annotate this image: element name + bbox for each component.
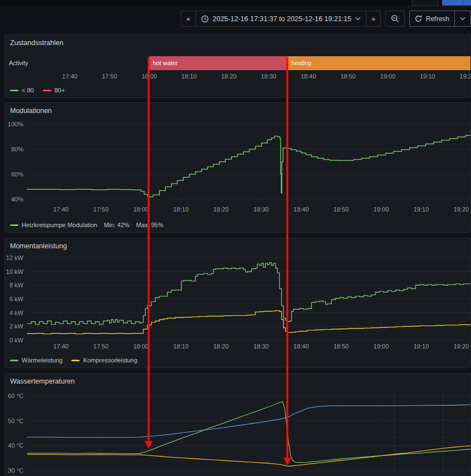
legend-swatch <box>10 360 18 361</box>
chart-canvas-modulation[interactable]: 40%60%80%100%17:4017:5018:0018:1018:2018… <box>5 116 471 218</box>
legend-label: Heizkreispumpe Modulation <box>22 222 97 228</box>
zoom-out-time-button[interactable] <box>385 11 405 27</box>
legend-label: < 80 <box>22 87 34 94</box>
x-axis-label: 18:50 <box>333 343 349 350</box>
legend-label: 80+ <box>55 87 65 94</box>
legend-label: Kompressorleistung <box>83 357 137 364</box>
y-axis-label: 80% <box>11 146 23 153</box>
refresh-label: Refresh <box>426 15 449 23</box>
y-axis-label: 40 °C <box>8 442 23 449</box>
timeline-legend: < 80 80+ <box>10 87 65 94</box>
chevron-down-icon <box>355 17 361 21</box>
refresh-button[interactable]: Refresh <box>409 11 455 27</box>
x-axis-label: 18:50 <box>333 206 349 213</box>
legend-item[interactable]: Wärmeleistung <box>10 357 62 364</box>
y-axis-label: 50 °C <box>8 418 23 424</box>
x-axis-label: 19:00 <box>374 343 389 350</box>
double-chevron-left-icon: « <box>187 15 190 23</box>
chart-legend: Wärmeleistung Kompressorleistung <box>10 357 138 364</box>
x-axis-label: 18:20 <box>213 206 229 213</box>
time-shift-back-button[interactable]: « <box>181 11 196 27</box>
panel-wassertemperaturen: Wassertemperaturen 30 °C40 °C50 °C60 °C <box>4 373 471 476</box>
x-tick-label: 18:00 <box>141 73 157 80</box>
legend-item[interactable]: < 80 <box>10 87 34 94</box>
panel-zustandsstrahlen: Zustandsstrahlen Activity hot waterheati… <box>4 35 471 98</box>
state-segment[interactable]: heating <box>288 56 471 70</box>
x-axis-label: 18:40 <box>293 343 309 350</box>
y-axis-label: 30 °C <box>8 467 23 474</box>
x-axis-label: 17:40 <box>53 206 69 213</box>
y-axis-label: 60% <box>11 171 23 178</box>
refresh-interval-dropdown[interactable] <box>454 11 471 27</box>
x-axis-label: 17:40 <box>53 343 69 350</box>
x-tick-label: 18:10 <box>181 73 197 80</box>
legend-item[interactable]: Heizkreispumpe Modulation Min: 42% Max: … <box>10 222 164 228</box>
panel-momentanleistung: Momentanleistung 0 kW2 kW4 kW6 kW8 kW10 … <box>4 238 471 368</box>
x-tick-label: 18:30 <box>261 73 277 80</box>
x-axis-label: 18:10 <box>173 206 189 213</box>
x-axis-label: 18:40 <box>293 206 309 213</box>
legend-swatch <box>10 90 18 91</box>
x-tick-label: 17:40 <box>62 73 78 80</box>
legend-stat-max: Max: 95% <box>136 222 164 228</box>
state-timeline-band[interactable]: hot waterheating <box>5 56 470 70</box>
x-axis-label: 19:20 <box>454 206 469 213</box>
y-axis-label: 0 kW <box>9 337 24 343</box>
x-tick-label: 18:50 <box>340 73 356 80</box>
panel-title[interactable]: Wassertemperaturen <box>10 377 75 385</box>
x-tick-label: 19:10 <box>420 73 435 80</box>
grafana-dashboard: { "colors": { "background": "#111217", "… <box>0 0 471 476</box>
legend-swatch <box>10 224 18 226</box>
top-window-strip <box>0 0 471 6</box>
y-axis-label: 10 kW <box>6 268 24 275</box>
refresh-group: Refresh <box>409 11 471 27</box>
x-axis-label: 19:10 <box>414 206 429 213</box>
y-axis-label: 4 kW <box>9 310 24 316</box>
x-axis-label: 18:30 <box>253 206 269 213</box>
state-segment-label: heating <box>288 56 471 70</box>
series-temp-blue <box>27 405 471 438</box>
chart-canvas-power[interactable]: 0 kW2 kW4 kW6 kW8 kW10 kW12 kW17:4017:50… <box>5 252 471 353</box>
x-axis-label: 19:10 <box>414 343 429 350</box>
legend-item[interactable]: Kompressorleistung <box>71 357 137 364</box>
state-segment[interactable]: hot water <box>149 56 288 70</box>
y-axis-label: 40% <box>11 196 23 203</box>
x-axis-label: 17:50 <box>94 206 109 213</box>
y-axis-label: 2 kW <box>9 323 24 330</box>
x-axis-label: 18:30 <box>253 343 269 350</box>
legend-label: Wärmeleistung <box>22 357 62 364</box>
x-axis-label: 18:00 <box>133 343 149 350</box>
series-kompressorleistung <box>27 311 471 334</box>
x-axis-label: 18:20 <box>213 343 229 350</box>
magnifier-minus-icon <box>391 14 399 23</box>
x-axis-label: 17:50 <box>94 343 109 350</box>
y-axis-label: 60 °C <box>8 392 23 399</box>
y-axis-label: 12 kW <box>6 254 24 261</box>
panel-title[interactable]: Momentanleistung <box>10 242 67 250</box>
legend-item[interactable]: 80+ <box>43 87 65 94</box>
time-shift-forward-button[interactable]: » <box>366 11 381 27</box>
chart-canvas-watertemp[interactable]: 30 °C40 °C50 °C60 °C <box>5 387 471 476</box>
legend-swatch <box>71 360 80 361</box>
dashboard-toolbar: « 2025-12-16 17:31:37 to 2025-12-16 19:2… <box>0 6 471 33</box>
double-chevron-right-icon: » <box>371 15 375 23</box>
panel-title[interactable]: Modulationen <box>10 107 52 115</box>
x-tick-label: 18:20 <box>221 73 237 80</box>
y-axis-label: 100% <box>8 121 23 127</box>
legend-swatch <box>43 90 51 91</box>
chart-legend: Heizkreispumpe Modulation Min: 42% Max: … <box>10 222 164 228</box>
x-axis-label: 18:10 <box>173 343 189 350</box>
timeline-x-axis: 17:4017:5018:0018:1018:2018:3018:4018:50… <box>5 73 470 82</box>
y-axis-label: 6 kW <box>9 296 24 302</box>
chevron-down-icon <box>460 17 465 21</box>
time-range-picker[interactable]: 2025-12-16 17:31:37 to 2025-12-16 19:21:… <box>195 11 367 27</box>
x-tick-label: 18:40 <box>301 73 316 80</box>
y-axis-label: 8 kW <box>9 282 24 288</box>
x-axis-label: 19:20 <box>454 343 469 350</box>
panel-title[interactable]: Zustandsstrahlen <box>10 39 63 47</box>
panel-modulationen: Modulationen 40%60%80%100%17:4017:5018:0… <box>4 102 471 233</box>
x-tick-label: 19:00 <box>380 73 396 80</box>
toolbar-fragment-primary-button[interactable] <box>442 0 471 6</box>
time-range-text: 2025-12-16 17:31:37 to 2025-12-16 19:21:… <box>213 15 352 23</box>
time-range-group: « 2025-12-16 17:31:37 to 2025-12-16 19:2… <box>181 11 381 27</box>
